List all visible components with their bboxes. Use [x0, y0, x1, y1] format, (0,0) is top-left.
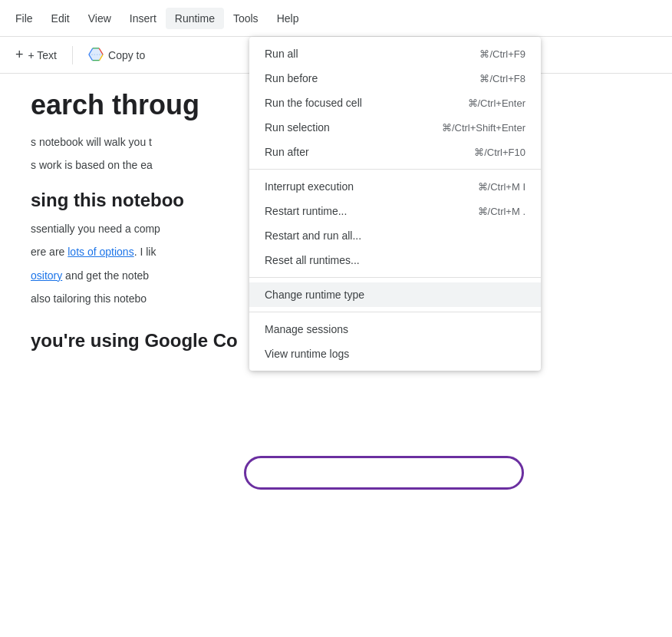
add-text-button[interactable]: + + Text — [6, 42, 66, 68]
run-selection-shortcut: ⌘/Ctrl+Shift+Enter — [442, 122, 525, 134]
lots-of-options-link[interactable]: lots of options — [68, 246, 133, 258]
menu-item-manage-sessions[interactable]: Manage sessions — [249, 317, 541, 342]
menubar-item-tools[interactable]: Tools — [224, 8, 268, 29]
copy-to-button[interactable]: Copy to — [79, 43, 154, 68]
divider-1 — [249, 169, 541, 170]
add-text-label: + Text — [28, 49, 58, 61]
circle-annotation — [244, 456, 524, 490]
run-selection-label: Run selection — [265, 121, 330, 134]
menubar: File Edit View Insert Runtime Tools Help — [0, 0, 672, 37]
restart-shortcut: ⌘/Ctrl+M . — [478, 206, 525, 217]
runtime-dropdown-menu: Run all ⌘/Ctrl+F9 Run before ⌘/Ctrl+F8 R… — [249, 37, 541, 371]
drive-icon — [88, 48, 104, 63]
menu-item-restart[interactable]: Restart runtime... ⌘/Ctrl+M . — [249, 199, 541, 223]
copy-to-label: Copy to — [108, 49, 145, 61]
para4-prefix: ere are — [31, 246, 68, 258]
menubar-item-runtime[interactable]: Runtime — [166, 8, 224, 29]
run-before-shortcut: ⌘/Ctrl+F8 — [479, 73, 525, 84]
menu-item-interrupt[interactable]: Interrupt execution ⌘/Ctrl+M I — [249, 174, 541, 199]
manage-sessions-label: Manage sessions — [265, 323, 348, 335]
run-after-shortcut: ⌘/Ctrl+F10 — [474, 147, 525, 158]
reset-all-label: Reset all runtimes... — [265, 254, 360, 266]
menubar-item-file[interactable]: File — [6, 8, 42, 29]
menu-item-run-focused[interactable]: Run the focused cell ⌘/Ctrl+Enter — [249, 91, 541, 115]
menubar-item-view[interactable]: View — [79, 8, 120, 29]
run-before-label: Run before — [265, 72, 318, 84]
menu-item-reset-all[interactable]: Reset all runtimes... — [249, 248, 541, 272]
menu-item-run-all[interactable]: Run all ⌘/Ctrl+F9 — [249, 41, 541, 66]
menubar-item-edit[interactable]: Edit — [42, 8, 79, 29]
view-logs-label: View runtime logs — [265, 348, 349, 360]
run-all-label: Run all — [265, 48, 298, 60]
para4-suffix: . I lik — [134, 246, 156, 258]
run-focused-shortcut: ⌘/Ctrl+Enter — [468, 97, 526, 109]
interrupt-shortcut: ⌘/Ctrl+M I — [478, 181, 525, 193]
divider-3 — [249, 312, 541, 312]
menu-item-run-before[interactable]: Run before ⌘/Ctrl+F8 — [249, 66, 541, 91]
menu-item-run-selection[interactable]: Run selection ⌘/Ctrl+Shift+Enter — [249, 115, 541, 140]
menu-item-change-runtime[interactable]: Change runtime type — [249, 282, 541, 307]
run-after-label: Run after — [265, 146, 309, 158]
restart-run-all-label: Restart and run all... — [265, 229, 361, 242]
repository-link[interactable]: ository — [31, 269, 62, 282]
run-all-shortcut: ⌘/Ctrl+F9 — [479, 48, 525, 60]
menu-item-restart-run-all[interactable]: Restart and run all... — [249, 223, 541, 248]
menu-item-view-logs[interactable]: View runtime logs — [249, 342, 541, 366]
divider-2 — [249, 277, 541, 278]
plus-icon: + — [15, 47, 24, 63]
menubar-item-insert[interactable]: Insert — [120, 8, 166, 29]
toolbar-separator — [72, 46, 73, 64]
notebook-footer: you're using Google Co — [31, 330, 238, 351]
menubar-item-help[interactable]: Help — [268, 8, 308, 29]
menu-item-run-after[interactable]: Run after ⌘/Ctrl+F10 — [249, 140, 541, 164]
para5-suffix: and get the noteb — [62, 269, 149, 282]
run-focused-label: Run the focused cell — [265, 97, 362, 109]
restart-label: Restart runtime... — [265, 205, 347, 217]
interrupt-label: Interrupt execution — [265, 180, 354, 193]
change-runtime-label: Change runtime type — [265, 289, 364, 301]
